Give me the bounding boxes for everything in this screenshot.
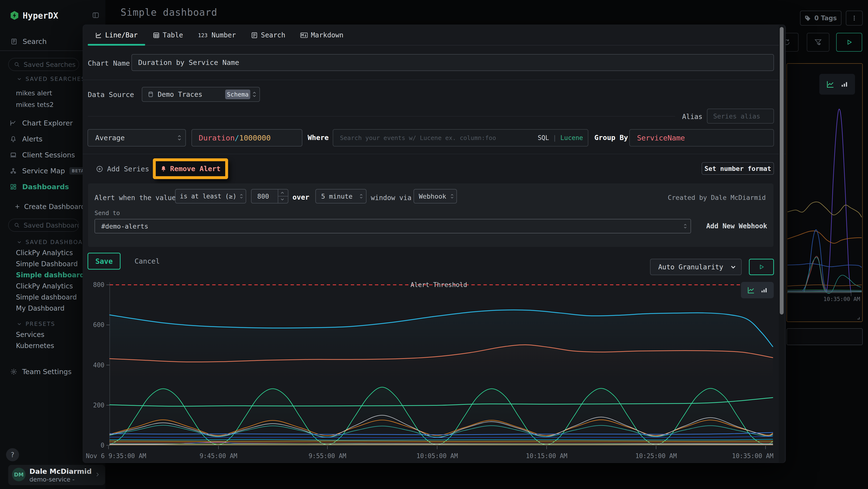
tile-chart-type-toggle[interactable] bbox=[819, 74, 855, 95]
group-by-label: Group By bbox=[594, 134, 628, 142]
user-subtitle: demo-service - bbox=[29, 476, 74, 483]
chart-name-input[interactable]: Duration by Service Name bbox=[131, 54, 774, 71]
chart-name-label: Chart Name bbox=[88, 59, 130, 67]
select-arrows-icon bbox=[177, 134, 182, 141]
aggregation-select[interactable]: Average bbox=[88, 129, 186, 146]
tab-line-bar[interactable]: Line/Bar bbox=[95, 31, 138, 39]
alert-channel-select[interactable]: Webhook bbox=[413, 189, 457, 203]
data-source-select[interactable]: Demo Traces Schema bbox=[142, 87, 260, 102]
saved-dashboards-placeholder: Saved Dashboards bbox=[24, 222, 79, 229]
play-icon bbox=[846, 39, 852, 46]
search-icon bbox=[14, 62, 20, 67]
search-icon bbox=[14, 222, 20, 228]
saved-searches-input[interactable]: Saved Searches bbox=[8, 58, 79, 71]
resize-handle-icon[interactable] bbox=[855, 315, 860, 320]
line-chart-icon[interactable] bbox=[747, 286, 755, 294]
saved-searches-header[interactable]: SAVED SEARCHES bbox=[17, 75, 86, 83]
svg-text:400: 400 bbox=[93, 362, 104, 369]
search-page-icon bbox=[10, 38, 18, 45]
123-icon: 123 bbox=[198, 32, 209, 39]
sidebar-item-team-settings[interactable]: Team Settings bbox=[10, 364, 72, 379]
tile-x-axis-label: 10:35:00 AM bbox=[824, 296, 868, 302]
create-dashboard-button[interactable]: Create Dashboard bbox=[14, 201, 85, 212]
schema-badge: Schema bbox=[225, 90, 250, 99]
svg-text:800: 800 bbox=[93, 281, 104, 288]
svg-text:0: 0 bbox=[100, 442, 104, 449]
svg-text:10:25:00 AM: 10:25:00 AM bbox=[635, 452, 677, 460]
hyperdx-app: Simple dashboard 0 Tags 10:35:00 AM Hype… bbox=[0, 0, 868, 489]
add-series-button[interactable]: Add Series bbox=[96, 163, 149, 175]
svg-text:10:35:00 AM: 10:35:00 AM bbox=[732, 452, 774, 460]
where-search-input[interactable]: Search your events w/ Lucene ex. column:… bbox=[333, 129, 588, 146]
save-button[interactable]: Save bbox=[88, 253, 121, 269]
select-arrows-icon bbox=[683, 223, 687, 229]
sidebar-item-search[interactable]: Search bbox=[10, 34, 47, 49]
chevron-down-icon bbox=[17, 240, 22, 244]
add-new-webhook-button[interactable]: Add New Webhook bbox=[706, 222, 767, 230]
bar-chart-icon[interactable] bbox=[761, 287, 768, 293]
svg-text:10:05:00 AM: 10:05:00 AM bbox=[416, 452, 458, 460]
dashboard-tile-2[interactable] bbox=[786, 328, 863, 345]
presets-header[interactable]: PRESETS bbox=[17, 320, 55, 327]
svg-text:123: 123 bbox=[198, 32, 208, 38]
markdown-icon bbox=[300, 32, 308, 39]
filter-button[interactable] bbox=[807, 33, 830, 52]
more-menu-button[interactable] bbox=[846, 10, 863, 26]
stepper-down-icon[interactable] bbox=[280, 197, 285, 202]
plus-icon bbox=[14, 204, 20, 209]
saved-searches-placeholder: Saved Searches bbox=[24, 61, 75, 68]
kebab-icon bbox=[851, 15, 858, 21]
nodes-icon bbox=[10, 168, 17, 174]
saved-dashboards-input[interactable]: Saved Dashboards bbox=[8, 219, 79, 232]
lucene-toggle[interactable]: Lucene bbox=[560, 134, 583, 141]
chart-type-toggle[interactable] bbox=[741, 282, 774, 298]
gear-icon bbox=[10, 368, 18, 375]
sql-toggle[interactable]: SQL bbox=[538, 134, 549, 141]
background-tile-chart bbox=[785, 102, 863, 309]
tab-number[interactable]: 123Number bbox=[198, 31, 236, 39]
tab-table[interactable]: Table bbox=[153, 31, 183, 39]
hyperdx-logo bbox=[10, 10, 19, 20]
alert-window-select[interactable]: 5 minute bbox=[315, 189, 367, 203]
run-query-button[interactable] bbox=[836, 33, 862, 52]
bell-icon bbox=[160, 166, 166, 172]
table-icon bbox=[153, 32, 160, 39]
chevron-right-icon bbox=[94, 471, 100, 478]
line-chart-icon[interactable] bbox=[826, 80, 835, 88]
chevron-down-icon bbox=[730, 264, 736, 270]
edit-chart-modal: Line/BarTable123NumberSearchMarkdown Cha… bbox=[83, 25, 785, 463]
remove-alert-button[interactable]: Remove Alert bbox=[160, 165, 221, 173]
set-number-format-button[interactable]: Set number format bbox=[702, 162, 774, 175]
searchdoc-icon bbox=[251, 32, 258, 39]
tab-search[interactable]: Search bbox=[251, 31, 285, 39]
svg-text:200: 200 bbox=[93, 402, 104, 409]
help-button[interactable]: ? bbox=[6, 448, 19, 461]
modal-scrollbar-thumb[interactable] bbox=[780, 27, 784, 315]
alert-config-panel: Alert when the value is at least (≥) 800… bbox=[88, 183, 774, 247]
tab-markdown[interactable]: Markdown bbox=[300, 31, 343, 39]
alert-threshold-input[interactable]: 800 bbox=[251, 189, 288, 203]
sidebar-collapse-icon[interactable] bbox=[92, 11, 99, 19]
created-by-label: Created by Dale McDiarmid bbox=[668, 194, 766, 201]
alert-prefix-label: Alert when the value bbox=[94, 194, 176, 202]
linebar-icon bbox=[95, 32, 102, 39]
filter-icon bbox=[814, 38, 822, 46]
stepper-up-icon[interactable] bbox=[280, 191, 285, 195]
bar-chart-icon[interactable] bbox=[841, 81, 848, 88]
grid-icon bbox=[10, 183, 17, 190]
tags-button[interactable]: 0 Tags bbox=[800, 10, 841, 26]
cancel-button[interactable]: Cancel bbox=[134, 257, 160, 265]
window-via-label: window via bbox=[371, 194, 411, 202]
send-to-select[interactable]: #demo-alerts bbox=[94, 219, 691, 233]
group-by-input[interactable]: ServiceName bbox=[629, 129, 774, 146]
user-card[interactable]: DM Dale McDiarmid demo-service - bbox=[8, 465, 105, 485]
select-arrows-icon bbox=[450, 193, 454, 199]
chevron-down-icon bbox=[17, 77, 22, 81]
alert-condition-select[interactable]: is at least (≥) bbox=[175, 189, 246, 203]
bell-icon bbox=[10, 136, 17, 142]
alias-input[interactable]: Series alias bbox=[707, 109, 774, 123]
remove-alert-highlight: Remove Alert bbox=[153, 158, 228, 179]
database-icon bbox=[148, 91, 154, 97]
play-icon bbox=[758, 264, 764, 270]
field-expression-input[interactable]: Duration/1000000 bbox=[191, 129, 302, 146]
